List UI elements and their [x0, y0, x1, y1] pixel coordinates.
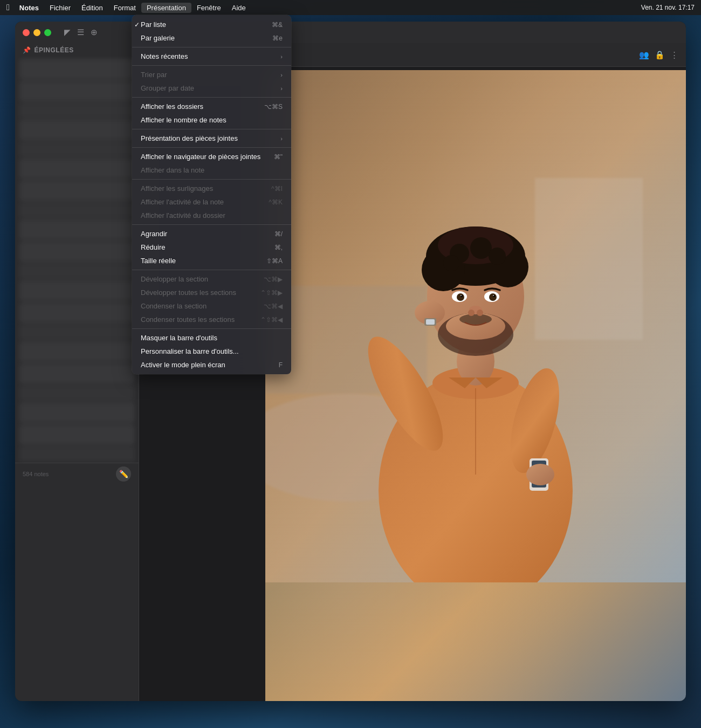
- afficher-dossiers-shortcut: ⌥⌘S: [264, 103, 283, 111]
- par-galerie-shortcut: ⌘e: [272, 35, 283, 42]
- menu-item-afficher-dossiers[interactable]: Afficher les dossiers ⌥⌘S: [132, 100, 291, 113]
- menu-item-par-liste[interactable]: ✓ Par liste ⌘&: [132, 18, 291, 31]
- menu-item-afficher-surlignages: Afficher les surlignages ^⌘I: [132, 182, 291, 195]
- menu-item-personnaliser-barre[interactable]: Personnaliser la barre d'outils...: [132, 345, 291, 358]
- afficher-activite-dossier-label: Afficher l'activité du dossier: [141, 211, 225, 219]
- reduire-shortcut: ⌘,: [274, 244, 283, 251]
- menu-item-par-galerie[interactable]: Par galerie ⌘e: [132, 31, 291, 45]
- sep-2: [132, 65, 291, 66]
- condenser-toutes-shortcut: ⌃⇧⌘◀: [260, 316, 283, 324]
- sep-7: [132, 224, 291, 225]
- menu-item-developper-toutes: Développer toutes les sections ⌃⇧⌘▶: [132, 286, 291, 299]
- sep-9: [132, 328, 291, 329]
- afficher-activite-note-label: Afficher l'activité de la note: [141, 198, 224, 206]
- menu-item-trier-par: Trier par ›: [132, 68, 291, 81]
- taille-reelle-label: Taille réelle: [141, 257, 176, 265]
- developper-section-shortcut: ⌥⌘▶: [264, 276, 283, 283]
- agrandir-shortcut: ⌘/: [274, 230, 283, 238]
- trier-par-arrow: ›: [280, 72, 283, 78]
- sep-4: [132, 129, 291, 129]
- menu-item-afficher-nombre[interactable]: Afficher le nombre de notes: [132, 113, 291, 127]
- condenser-section-label: Condenser la section: [141, 302, 207, 310]
- presentation-menu: ✓ Par liste ⌘& Par galerie ⌘e Notes réce…: [132, 15, 291, 374]
- menu-item-reduire[interactable]: Réduire ⌘,: [132, 241, 291, 254]
- trier-par-label: Trier par: [141, 71, 167, 79]
- menu-item-condenser-toutes: Condenser toutes les sections ⌃⇧⌘◀: [132, 313, 291, 326]
- menu-item-masquer-barre[interactable]: Masquer la barre d'outils: [132, 331, 291, 345]
- afficher-navigateur-shortcut: ⌘": [274, 153, 283, 161]
- presentation-pieces-label: Présentation des pièces jointes: [141, 134, 238, 142]
- developper-toutes-shortcut: ⌃⇧⌘▶: [260, 289, 283, 297]
- developper-toutes-label: Développer toutes les sections: [141, 289, 236, 297]
- sep-6: [132, 179, 291, 180]
- menu-item-afficher-activite-note: Afficher l'activité de la note ^⌘K: [132, 195, 291, 209]
- developper-section-label: Développer la section: [141, 275, 208, 283]
- personnaliser-barre-label: Personnaliser la barre d'outils...: [141, 347, 239, 355]
- sep-1: [132, 47, 291, 47]
- menu-item-afficher-navigateur[interactable]: Afficher le navigateur de pièces jointes…: [132, 150, 291, 163]
- afficher-activite-note-shortcut: ^⌘K: [269, 198, 283, 206]
- afficher-surlignages-shortcut: ^⌘I: [271, 185, 283, 193]
- menu-item-taille-reelle[interactable]: Taille réelle ⇧⌘A: [132, 254, 291, 267]
- masquer-barre-label: Masquer la barre d'outils: [141, 334, 217, 342]
- condenser-section-shortcut: ⌥⌘◀: [264, 303, 283, 310]
- menu-item-developper-section: Développer la section ⌥⌘▶: [132, 272, 291, 286]
- par-galerie-label: Par galerie: [141, 34, 175, 42]
- dropdown-overlay[interactable]: ✓ Par liste ⌘& Par galerie ⌘e Notes réce…: [0, 0, 701, 728]
- menu-item-notes-recentes[interactable]: Notes récentes ›: [132, 50, 291, 63]
- notes-recentes-label: Notes récentes: [141, 52, 188, 60]
- menu-item-afficher-dans-note: Afficher dans la note: [132, 163, 291, 177]
- menu-item-condenser-section: Condenser la section ⌥⌘◀: [132, 299, 291, 313]
- checkmark-icon: ✓: [134, 21, 140, 29]
- grouper-arrow: ›: [280, 85, 283, 92]
- afficher-dans-note-label: Afficher dans la note: [141, 166, 204, 174]
- taille-reelle-shortcut: ⇧⌘A: [266, 257, 283, 265]
- activer-plein-ecran-label: Activer le mode plein écran: [141, 361, 225, 369]
- menu-item-presentation-pieces[interactable]: Présentation des pièces jointes ›: [132, 132, 291, 145]
- grouper-date-label: Grouper par date: [141, 84, 194, 92]
- menu-item-afficher-activite-dossier: Afficher l'activité du dossier: [132, 209, 291, 222]
- reduire-label: Réduire: [141, 243, 166, 251]
- afficher-navigateur-label: Afficher le navigateur de pièces jointes: [141, 153, 260, 161]
- afficher-dossiers-label: Afficher les dossiers: [141, 102, 203, 111]
- afficher-nombre-label: Afficher le nombre de notes: [141, 116, 226, 124]
- activer-plein-ecran-shortcut: F: [279, 361, 283, 369]
- afficher-surlignages-label: Afficher les surlignages: [141, 184, 213, 193]
- sep-5: [132, 147, 291, 148]
- condenser-toutes-label: Condenser toutes les sections: [141, 315, 235, 324]
- par-liste-label: Par liste: [141, 20, 166, 29]
- submenu-arrow-icon: ›: [280, 53, 283, 60]
- menu-item-activer-plein-ecran[interactable]: Activer le mode plein écran F: [132, 358, 291, 372]
- menu-item-grouper-date: Grouper par date ›: [132, 81, 291, 95]
- presentation-pieces-arrow: ›: [280, 135, 283, 142]
- sep-8: [132, 270, 291, 270]
- sep-3: [132, 97, 291, 98]
- agrandir-label: Agrandir: [141, 230, 167, 238]
- par-liste-shortcut: ⌘&: [272, 21, 283, 29]
- menu-item-agrandir[interactable]: Agrandir ⌘/: [132, 227, 291, 241]
